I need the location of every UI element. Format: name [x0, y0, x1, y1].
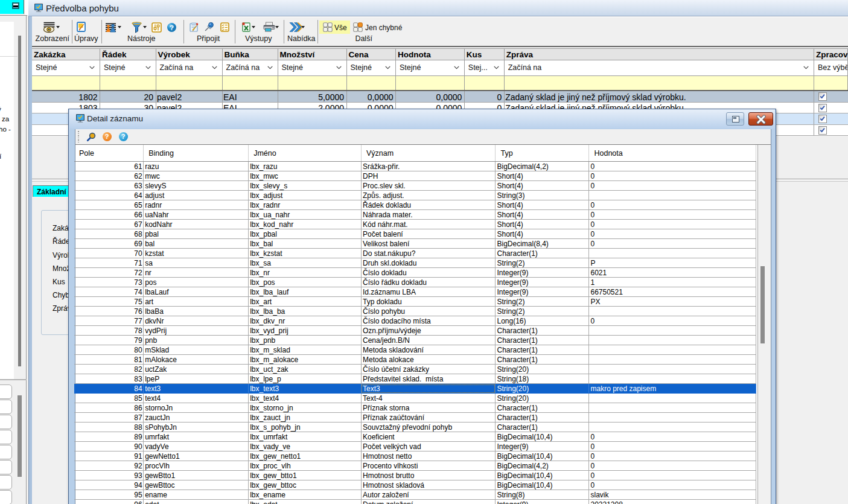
svg-text:?: ?	[169, 24, 173, 31]
